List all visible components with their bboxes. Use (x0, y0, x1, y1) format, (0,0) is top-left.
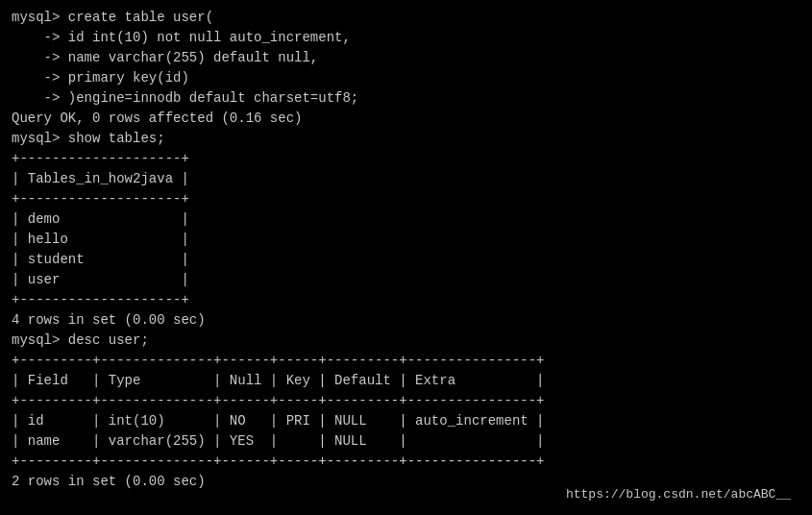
terminal-line-l17: 4 rows in set (0.00 sec) (12, 310, 800, 331)
terminal-line-l11: +--------------------+ (12, 189, 800, 209)
terminal-line-l20: +---------+--------------+------+-----+-… (12, 351, 800, 371)
terminal-line-l2: -> id int(10) not null auto_increment, (12, 28, 800, 48)
terminal-window: mysql> create table user( -> id int(10) … (12, 8, 800, 507)
terminal-line-l9: +--------------------+ (12, 149, 800, 169)
terminal-line-l4: -> primary key(id) (12, 68, 800, 88)
terminal-line-l12: | demo | (12, 209, 800, 230)
terminal-line-l25: +---------+--------------+------+-----+-… (12, 452, 800, 472)
terminal-line-l5: -> )engine=innodb default charset=utf8; (12, 88, 800, 109)
terminal-line-l14: | student | (12, 250, 800, 270)
terminal-line-l21: | Field | Type | Null | Key | Default | … (12, 371, 800, 391)
terminal-line-l13: | hello | (12, 230, 800, 250)
terminal-line-l1: mysql> create table user( (12, 8, 800, 28)
terminal-line-l15: | user | (12, 270, 800, 290)
terminal-line-l6: Query OK, 0 rows affected (0.16 sec) (12, 109, 800, 129)
terminal-line-l24: | name | varchar(255) | YES | | NULL | | (12, 431, 800, 452)
terminal-line-l23: | id | int(10) | NO | PRI | NULL | auto_… (12, 411, 800, 431)
terminal-line-l3: -> name varchar(255) default null, (12, 48, 800, 68)
terminal-content: mysql> create table user( -> id int(10) … (12, 8, 800, 492)
terminal-line-l16: +--------------------+ (12, 290, 800, 310)
terminal-line-l22: +---------+--------------+------+-----+-… (12, 391, 800, 411)
watermark: https://blog.csdn.net/abcABC__ (566, 487, 791, 502)
terminal-line-l19: mysql> desc user; (12, 331, 800, 351)
terminal-line-l10: | Tables_in_how2java | (12, 169, 800, 189)
terminal-line-l8: mysql> show tables; (12, 129, 800, 149)
